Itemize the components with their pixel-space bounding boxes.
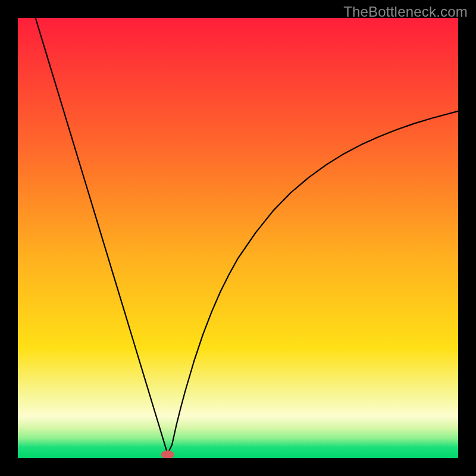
watermark-text: TheBottleneck.com xyxy=(343,4,468,20)
chart-svg xyxy=(18,18,458,458)
gradient-background xyxy=(18,18,458,458)
plot-area xyxy=(18,18,458,458)
chart-frame: TheBottleneck.com xyxy=(0,0,476,476)
